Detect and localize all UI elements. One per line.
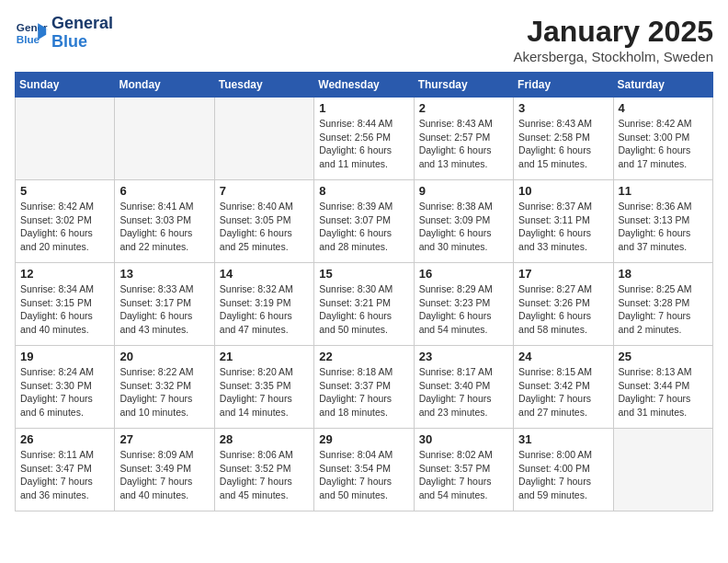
- day-number: 12: [20, 267, 109, 281]
- calendar-cell: 16Sunrise: 8:29 AM Sunset: 3:23 PM Dayli…: [414, 263, 513, 346]
- calendar-cell: 15Sunrise: 8:30 AM Sunset: 3:21 PM Dayli…: [314, 263, 414, 346]
- day-info: Sunrise: 8:06 AM Sunset: 3:52 PM Dayligh…: [220, 448, 309, 502]
- day-info: Sunrise: 8:18 AM Sunset: 3:37 PM Dayligh…: [319, 365, 408, 419]
- weekday-header-friday: Friday: [514, 73, 613, 98]
- day-info: Sunrise: 8:43 AM Sunset: 2:58 PM Dayligh…: [518, 117, 608, 171]
- day-number: 23: [419, 350, 508, 363]
- day-number: 7: [220, 184, 309, 198]
- day-info: Sunrise: 8:13 AM Sunset: 3:44 PM Dayligh…: [619, 365, 708, 419]
- day-number: 10: [518, 184, 608, 198]
- day-number: 22: [319, 350, 408, 363]
- day-info: Sunrise: 8:20 AM Sunset: 3:35 PM Dayligh…: [220, 365, 309, 419]
- day-info: Sunrise: 8:11 AM Sunset: 3:47 PM Dayligh…: [20, 448, 109, 502]
- calendar-cell: 1Sunrise: 8:44 AM Sunset: 2:56 PM Daylig…: [314, 98, 414, 180]
- calendar-cell: 25Sunrise: 8:13 AM Sunset: 3:44 PM Dayli…: [613, 346, 712, 429]
- weekday-header-tuesday: Tuesday: [214, 73, 313, 98]
- day-number: 11: [619, 184, 708, 198]
- day-info: Sunrise: 8:44 AM Sunset: 2:56 PM Dayligh…: [319, 117, 408, 171]
- day-number: 14: [220, 267, 309, 281]
- calendar-cell: 5Sunrise: 8:42 AM Sunset: 3:02 PM Daylig…: [16, 180, 115, 263]
- weekday-header-monday: Monday: [115, 73, 214, 98]
- day-info: Sunrise: 8:17 AM Sunset: 3:40 PM Dayligh…: [419, 365, 508, 419]
- day-number: 1: [319, 101, 408, 115]
- weekday-header-saturday: Saturday: [613, 73, 712, 98]
- calendar-cell: 30Sunrise: 8:02 AM Sunset: 3:57 PM Dayli…: [414, 429, 513, 511]
- calendar-cell: 27Sunrise: 8:09 AM Sunset: 3:49 PM Dayli…: [115, 429, 214, 511]
- day-info: Sunrise: 8:30 AM Sunset: 3:21 PM Dayligh…: [319, 282, 408, 337]
- calendar-cell: 17Sunrise: 8:27 AM Sunset: 3:26 PM Dayli…: [514, 263, 613, 346]
- calendar-cell: 20Sunrise: 8:22 AM Sunset: 3:32 PM Dayli…: [115, 346, 214, 429]
- day-number: 24: [518, 350, 608, 363]
- week-row-4: 19Sunrise: 8:24 AM Sunset: 3:30 PM Dayli…: [16, 346, 713, 429]
- calendar-cell: [613, 429, 712, 511]
- weekday-header-row: SundayMondayTuesdayWednesdayThursdayFrid…: [16, 73, 713, 98]
- day-number: 30: [419, 432, 508, 446]
- calendar-table: SundayMondayTuesdayWednesdayThursdayFrid…: [15, 72, 713, 511]
- day-number: 20: [119, 350, 209, 363]
- calendar-cell: 31Sunrise: 8:00 AM Sunset: 4:00 PM Dayli…: [514, 429, 613, 511]
- calendar-cell: [214, 98, 313, 180]
- day-info: Sunrise: 8:15 AM Sunset: 3:42 PM Dayligh…: [518, 365, 608, 419]
- day-number: 9: [419, 184, 508, 198]
- day-number: 28: [220, 432, 309, 446]
- day-info: Sunrise: 8:22 AM Sunset: 3:32 PM Dayligh…: [119, 365, 209, 419]
- weekday-header-wednesday: Wednesday: [314, 73, 414, 98]
- day-info: Sunrise: 8:43 AM Sunset: 2:57 PM Dayligh…: [419, 117, 508, 171]
- calendar-cell: 18Sunrise: 8:25 AM Sunset: 3:28 PM Dayli…: [613, 263, 712, 346]
- week-row-1: 1Sunrise: 8:44 AM Sunset: 2:56 PM Daylig…: [16, 98, 713, 180]
- day-info: Sunrise: 8:42 AM Sunset: 3:00 PM Dayligh…: [619, 117, 708, 171]
- day-number: 29: [319, 432, 408, 446]
- calendar-cell: 4Sunrise: 8:42 AM Sunset: 3:00 PM Daylig…: [613, 98, 712, 180]
- day-info: Sunrise: 8:33 AM Sunset: 3:17 PM Dayligh…: [119, 282, 209, 337]
- day-number: 21: [220, 350, 309, 363]
- location-title: Akersberga, Stockholm, Sweden: [513, 49, 713, 64]
- page-header: General Blue General Blue January 2025 A…: [15, 15, 713, 64]
- day-number: 17: [518, 267, 608, 281]
- calendar-cell: 22Sunrise: 8:18 AM Sunset: 3:37 PM Dayli…: [314, 346, 414, 429]
- calendar-cell: 29Sunrise: 8:04 AM Sunset: 3:54 PM Dayli…: [314, 429, 414, 511]
- day-info: Sunrise: 8:39 AM Sunset: 3:07 PM Dayligh…: [319, 200, 408, 254]
- day-number: 4: [619, 101, 708, 115]
- calendar-cell: 10Sunrise: 8:37 AM Sunset: 3:11 PM Dayli…: [514, 180, 613, 263]
- weekday-header-sunday: Sunday: [16, 73, 115, 98]
- day-number: 2: [419, 101, 508, 115]
- day-number: 13: [119, 267, 209, 281]
- calendar-cell: 14Sunrise: 8:32 AM Sunset: 3:19 PM Dayli…: [214, 263, 313, 346]
- day-number: 25: [619, 350, 708, 363]
- day-info: Sunrise: 8:36 AM Sunset: 3:13 PM Dayligh…: [619, 200, 708, 254]
- calendar-cell: 11Sunrise: 8:36 AM Sunset: 3:13 PM Dayli…: [613, 180, 712, 263]
- day-info: Sunrise: 8:37 AM Sunset: 3:11 PM Dayligh…: [518, 200, 608, 254]
- day-number: 31: [518, 432, 608, 446]
- day-info: Sunrise: 8:24 AM Sunset: 3:30 PM Dayligh…: [20, 365, 109, 419]
- day-info: Sunrise: 8:09 AM Sunset: 3:49 PM Dayligh…: [119, 448, 209, 502]
- day-info: Sunrise: 8:42 AM Sunset: 3:02 PM Dayligh…: [20, 200, 109, 254]
- calendar-cell: 23Sunrise: 8:17 AM Sunset: 3:40 PM Dayli…: [414, 346, 513, 429]
- day-number: 8: [319, 184, 408, 198]
- day-info: Sunrise: 8:40 AM Sunset: 3:05 PM Dayligh…: [220, 200, 309, 254]
- week-row-3: 12Sunrise: 8:34 AM Sunset: 3:15 PM Dayli…: [16, 263, 713, 346]
- day-info: Sunrise: 8:32 AM Sunset: 3:19 PM Dayligh…: [220, 282, 309, 337]
- svg-text:Blue: Blue: [17, 33, 40, 45]
- day-number: 6: [119, 184, 209, 198]
- day-number: 27: [119, 432, 209, 446]
- week-row-2: 5Sunrise: 8:42 AM Sunset: 3:02 PM Daylig…: [16, 180, 713, 263]
- calendar-cell: [16, 98, 115, 180]
- day-info: Sunrise: 8:27 AM Sunset: 3:26 PM Dayligh…: [518, 282, 608, 337]
- day-info: Sunrise: 8:38 AM Sunset: 3:09 PM Dayligh…: [419, 200, 508, 254]
- day-info: Sunrise: 8:29 AM Sunset: 3:23 PM Dayligh…: [419, 282, 508, 337]
- week-row-5: 26Sunrise: 8:11 AM Sunset: 3:47 PM Dayli…: [16, 429, 713, 511]
- day-number: 26: [20, 432, 109, 446]
- day-number: 19: [20, 350, 109, 363]
- calendar-cell: 3Sunrise: 8:43 AM Sunset: 2:58 PM Daylig…: [514, 98, 613, 180]
- logo: General Blue General Blue: [15, 15, 113, 52]
- logo-icon: General Blue: [15, 17, 48, 50]
- logo-text: General Blue: [51, 15, 113, 52]
- day-number: 5: [20, 184, 109, 198]
- title-area: January 2025 Akersberga, Stockholm, Swed…: [513, 15, 713, 64]
- day-info: Sunrise: 8:00 AM Sunset: 4:00 PM Dayligh…: [518, 448, 608, 502]
- calendar-cell: 6Sunrise: 8:41 AM Sunset: 3:03 PM Daylig…: [115, 180, 214, 263]
- day-info: Sunrise: 8:34 AM Sunset: 3:15 PM Dayligh…: [20, 282, 109, 337]
- calendar-cell: 26Sunrise: 8:11 AM Sunset: 3:47 PM Dayli…: [16, 429, 115, 511]
- calendar-cell: 12Sunrise: 8:34 AM Sunset: 3:15 PM Dayli…: [16, 263, 115, 346]
- day-info: Sunrise: 8:02 AM Sunset: 3:57 PM Dayligh…: [419, 448, 508, 502]
